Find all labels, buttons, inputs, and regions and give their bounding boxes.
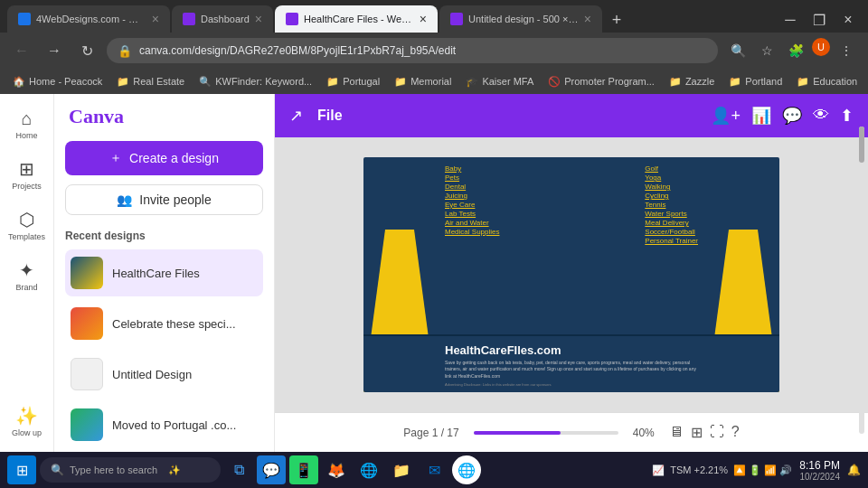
- taskbar-app-taskview[interactable]: ⧉: [224, 455, 253, 484]
- link-eyecare[interactable]: Eye Care: [445, 201, 499, 209]
- taskbar-search-bar[interactable]: 🔍 Type here to search ✨: [40, 457, 221, 483]
- bookmark-portland[interactable]: 📁 Portland: [723, 74, 788, 89]
- bookmark-zazzle[interactable]: 📁 Zazzle: [664, 74, 720, 89]
- start-button[interactable]: ⊞: [7, 455, 36, 484]
- comment-icon[interactable]: 💬: [782, 106, 802, 126]
- notification-icon[interactable]: 🔔: [847, 464, 861, 476]
- taskbar-app-edge[interactable]: 🌐: [354, 455, 383, 484]
- footer-icons: 🖥 ⊞ ⛶ ?: [669, 424, 740, 441]
- link-walking[interactable]: Walking: [645, 183, 698, 191]
- bookmark-education[interactable]: 📁 Education: [791, 74, 863, 89]
- tab-dashboard[interactable]: Dashboard ×: [172, 5, 273, 33]
- link-juicing[interactable]: Juicing: [445, 192, 499, 200]
- plus-icon: ＋: [109, 150, 122, 166]
- sidebar-item-brand[interactable]: ✦ Brand: [4, 252, 51, 299]
- sidebar-item-glowup[interactable]: ✨ Glow up: [4, 398, 51, 445]
- taskbar-right-area: 📈 TSM +2.21% 🔼 🔋 📶 🔊 8:16 PM 10/2/2024 🔔: [652, 459, 861, 482]
- tab-close-btn[interactable]: ×: [255, 12, 262, 26]
- menu-icon[interactable]: ⋮: [834, 38, 859, 63]
- taskbar-app-whatsapp[interactable]: 📱: [289, 455, 318, 484]
- canvas-body[interactable]: Baby Pets Dental Juicing Eye Care Lab Te…: [275, 137, 868, 412]
- browser-nav-icons: 🔍 ☆ 🧩 U ⋮: [725, 38, 859, 63]
- share-icon[interactable]: ⬆: [840, 106, 854, 126]
- tab-favicon: [450, 13, 463, 25]
- bookmark-icon: 📁: [394, 76, 407, 88]
- invite-people-button[interactable]: 👥 Invite people: [65, 184, 263, 215]
- link-pets[interactable]: Pets: [445, 174, 499, 182]
- date-display: 10/2/2024: [799, 472, 840, 482]
- minimize-button[interactable]: ─: [778, 7, 803, 33]
- desktop-view-icon[interactable]: 🖥: [669, 424, 684, 441]
- link-yoga[interactable]: Yoga: [645, 174, 698, 182]
- design-item-celebrate[interactable]: Celebrate these speci...: [65, 300, 263, 347]
- bookmark-kaiser[interactable]: 🎓 Kaiser MFA: [460, 74, 539, 89]
- site-title: HealthCareFIles.com: [445, 343, 698, 357]
- external-link-icon[interactable]: ↗: [289, 106, 303, 126]
- link-medicalsupplies[interactable]: Medical Supplies: [445, 228, 499, 236]
- link-tennis[interactable]: Tennis: [645, 201, 698, 209]
- bottom-content: HealthCareFIles.com Save by getting cash…: [363, 334, 779, 393]
- bookmark-promoter[interactable]: 🚫 Promoter Program...: [542, 74, 660, 89]
- bookmark-realestate[interactable]: 📁 Real Estate: [111, 74, 190, 89]
- bookmark-kwfinder[interactable]: 🔍 KWFinder: Keyword...: [193, 74, 317, 89]
- tab-untitled[interactable]: Untitled design - 500 × 500px ×: [439, 5, 602, 33]
- taskbar-app-mail[interactable]: ✉: [420, 455, 448, 484]
- home-icon: ⌂: [21, 108, 32, 129]
- link-dental[interactable]: Dental: [445, 183, 499, 191]
- tab-close-btn[interactable]: ×: [152, 12, 159, 26]
- back-button[interactable]: ←: [9, 38, 34, 63]
- bookmark-label: KWFinder: Keyword...: [215, 76, 312, 87]
- help-icon[interactable]: ?: [731, 424, 740, 441]
- link-mealdelivery[interactable]: Meal Delivery: [645, 219, 698, 227]
- link-golf[interactable]: Golf: [645, 164, 698, 173]
- taskbar-app-chrome[interactable]: 🌐: [452, 455, 481, 484]
- address-bar[interactable]: 🔒 canva.com/design/DAGRe27e0BM/8PyojlE1r…: [107, 38, 718, 63]
- bookmark-portugal[interactable]: 📁 Portugal: [321, 74, 385, 89]
- clock: 8:16 PM 10/2/2024: [799, 459, 840, 482]
- taskbar-app-chat[interactable]: 💬: [257, 455, 286, 484]
- navigation-bar: ← → ↻ 🔒 canva.com/design/DAGRe27e0BM/8Py…: [0, 33, 868, 69]
- analytics-icon[interactable]: 📊: [751, 106, 771, 126]
- tab-close-btn[interactable]: ×: [420, 12, 427, 26]
- taskbar-app-firefox[interactable]: 🦊: [322, 455, 351, 484]
- reload-button[interactable]: ↻: [74, 38, 99, 63]
- link-cycling[interactable]: Cycling: [645, 192, 698, 200]
- link-watersports[interactable]: Water Sports: [645, 210, 698, 218]
- fullscreen-icon[interactable]: ⛶: [710, 424, 724, 441]
- search-icon[interactable]: 🔍: [725, 38, 750, 63]
- grid-view-icon[interactable]: ⊞: [691, 424, 703, 441]
- link-soccer[interactable]: Soccer/Football: [645, 228, 698, 236]
- design-item-untitled[interactable]: Untitled Design: [65, 351, 263, 398]
- link-airandwater[interactable]: Air and Water: [445, 219, 499, 227]
- design-item-healthcare[interactable]: HealthCare Files: [65, 249, 263, 296]
- bookmark-peacock[interactable]: 🏠 Home - Peacock: [7, 74, 108, 89]
- link-baby[interactable]: Baby: [445, 164, 499, 173]
- link-labtests[interactable]: Lab Tests: [445, 210, 499, 218]
- maximize-button[interactable]: ❐: [807, 7, 832, 33]
- extensions-icon[interactable]: 🧩: [783, 38, 808, 63]
- sidebar-item-projects[interactable]: ⊞ Projects: [4, 151, 51, 198]
- sidebar-item-home[interactable]: ⌂ Home: [4, 101, 51, 147]
- bookmark-star-icon[interactable]: ☆: [754, 38, 779, 63]
- tab-close-btn[interactable]: ×: [584, 12, 591, 26]
- bookmark-memorial[interactable]: 📁 Memorial: [389, 74, 457, 89]
- profile-icon[interactable]: U: [812, 38, 830, 56]
- bookmark-label: Education: [813, 76, 857, 87]
- design-item-portugal[interactable]: Moved to Portugal .co...: [65, 401, 263, 448]
- tab-healthcare[interactable]: HealthCare Files - Website - Ca... ×: [275, 5, 438, 33]
- link-personaltrainer[interactable]: Personal Trainer: [645, 237, 698, 245]
- vertical-scrollbar[interactable]: [859, 137, 864, 412]
- create-design-button[interactable]: ＋ Create a design: [65, 141, 263, 175]
- add-user-icon[interactable]: 👤+: [711, 106, 741, 126]
- taskbar-app-explorer[interactable]: 📁: [387, 455, 416, 484]
- preview-icon[interactable]: 👁: [813, 106, 829, 126]
- canvas-toolbar: ↗ File 👤+ 📊 💬 👁 ⬆: [275, 94, 868, 137]
- page-progress-bar[interactable]: [474, 431, 618, 435]
- sidebar-bottom: ✨ Glow up: [4, 398, 51, 445]
- new-tab-button[interactable]: +: [604, 7, 629, 33]
- tab-4webdesigns[interactable]: 4WebDesigns.com - Website - ×: [7, 5, 170, 33]
- forward-button[interactable]: →: [42, 38, 67, 63]
- sidebar-item-templates[interactable]: ⬡ Templates: [4, 202, 51, 249]
- close-window-button[interactable]: ×: [835, 7, 861, 33]
- tab-label: Dashboard: [201, 14, 250, 24]
